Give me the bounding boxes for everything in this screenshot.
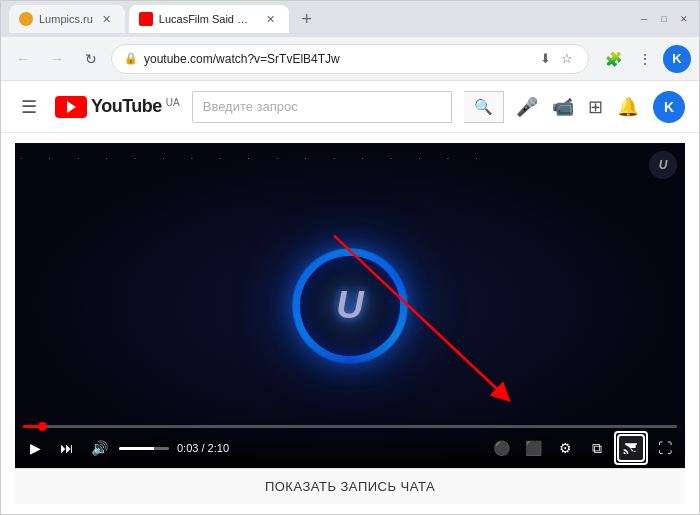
controls-row: ▶ ⏭ 🔊 0:03 / 2:10 ⚫ ⬛ ⚙ xyxy=(23,434,677,462)
url-bar-icons: ⬇ ☆ xyxy=(536,50,576,68)
video-player[interactable]: U U xyxy=(15,143,685,468)
tab-lumpics-close[interactable]: ✕ xyxy=(99,11,115,27)
browser-actions: 🧩 ⋮ K xyxy=(599,45,691,73)
tab-youtube-close[interactable]: ✕ xyxy=(263,11,279,27)
browser-window: Lumpics.ru ✕ LucasFilm Said WHAT About M… xyxy=(0,0,700,515)
maximize-button[interactable]: □ xyxy=(657,12,671,26)
next-button[interactable]: ⏭ xyxy=(55,436,79,460)
youtube-profile-button[interactable]: K xyxy=(653,91,685,123)
tab-lumpics-title: Lumpics.ru xyxy=(39,13,93,25)
notifications-bell-icon[interactable]: 🔔 xyxy=(617,96,639,118)
refresh-button[interactable]: ↻ xyxy=(77,45,105,73)
miniplayer-button[interactable]: ⧉ xyxy=(585,436,609,460)
ue-watermark: U xyxy=(649,151,677,179)
close-button[interactable]: ✕ xyxy=(677,12,691,26)
volume-button[interactable]: 🔊 xyxy=(87,436,111,460)
forward-button[interactable]: → xyxy=(43,45,71,73)
hamburger-menu-icon[interactable]: ☰ xyxy=(15,96,43,118)
youtube-logo-icon xyxy=(55,96,87,118)
window-controls: ─ □ ✕ xyxy=(637,12,691,26)
chat-bar-text: ПОКАЗАТЬ ЗАПИСЬ ЧАТА xyxy=(265,479,435,494)
back-button[interactable]: ← xyxy=(9,45,37,73)
youtube-logo[interactable]: YouTube UA xyxy=(55,96,180,118)
time-display: 0:03 / 2:10 xyxy=(177,442,229,454)
progress-bar[interactable] xyxy=(23,425,677,428)
youtube-favicon xyxy=(139,12,153,26)
search-button[interactable]: 🔍 xyxy=(464,91,504,123)
tab-youtube-title: LucasFilm Said WHAT About My... xyxy=(159,13,257,25)
youtube-header: ☰ YouTube UA Введите запрос 🔍 🎤 📹 ⊞ 🔔 K xyxy=(1,81,699,133)
tab-lumpics[interactable]: Lumpics.ru ✕ xyxy=(9,5,125,33)
cast-button-wrapper xyxy=(617,434,645,462)
search-bar[interactable]: Введите запрос xyxy=(192,91,452,123)
page-bottom xyxy=(1,504,699,514)
url-bar[interactable]: 🔒 youtube.com/watch?v=SrTvElB4TJw ⬇ ☆ xyxy=(111,44,589,74)
cast-icon xyxy=(623,440,639,456)
browser-profile-button[interactable]: K xyxy=(663,45,691,73)
apps-grid-icon[interactable]: ⊞ xyxy=(588,96,603,118)
microphone-icon[interactable]: 🎤 xyxy=(516,96,538,118)
url-text: youtube.com/watch?v=SrTvElB4TJw xyxy=(144,52,530,66)
bookmark-icon[interactable]: ☆ xyxy=(558,50,576,68)
new-tab-button[interactable]: + xyxy=(293,5,321,33)
cast-button[interactable] xyxy=(617,434,645,462)
video-camera-icon[interactable]: 📹 xyxy=(552,96,574,118)
page-content: ☰ YouTube UA Введите запрос 🔍 🎤 📹 ⊞ 🔔 K xyxy=(1,81,699,514)
ue-text-icon: U xyxy=(315,271,385,341)
extensions-icon[interactable]: 🧩 xyxy=(599,45,627,73)
title-bar: Lumpics.ru ✕ LucasFilm Said WHAT About M… xyxy=(1,1,699,37)
lock-icon: 🔒 xyxy=(124,52,138,65)
menu-icon[interactable]: ⋮ xyxy=(631,45,659,73)
minimize-button[interactable]: ─ xyxy=(637,12,651,26)
subtitles-button[interactable]: ⬛ xyxy=(521,436,545,460)
youtube-logo-text: YouTube xyxy=(91,96,162,117)
speed-button[interactable]: ⚫ xyxy=(489,436,513,460)
search-placeholder: Введите запрос xyxy=(203,99,441,114)
play-button[interactable]: ▶ xyxy=(23,436,47,460)
progress-fill xyxy=(23,425,43,428)
lumpics-favicon xyxy=(19,12,33,26)
address-bar: ← → ↻ 🔒 youtube.com/watch?v=SrTvElB4TJw … xyxy=(1,37,699,81)
tab-youtube[interactable]: LucasFilm Said WHAT About My... ✕ xyxy=(129,5,289,33)
header-actions: 🎤 📹 ⊞ 🔔 K xyxy=(516,91,685,123)
video-controls: ▶ ⏭ 🔊 0:03 / 2:10 ⚫ ⬛ ⚙ xyxy=(15,419,685,468)
chat-bar[interactable]: ПОКАЗАТЬ ЗАПИСЬ ЧАТА xyxy=(15,468,685,504)
settings-button[interactable]: ⚙ xyxy=(553,436,577,460)
unreal-engine-logo: U xyxy=(300,256,400,356)
youtube-logo-locale: UA xyxy=(166,97,180,108)
download-page-icon[interactable]: ⬇ xyxy=(536,50,554,68)
fullscreen-button[interactable]: ⛶ xyxy=(653,436,677,460)
volume-fill xyxy=(119,447,154,450)
volume-bar[interactable] xyxy=(119,447,169,450)
